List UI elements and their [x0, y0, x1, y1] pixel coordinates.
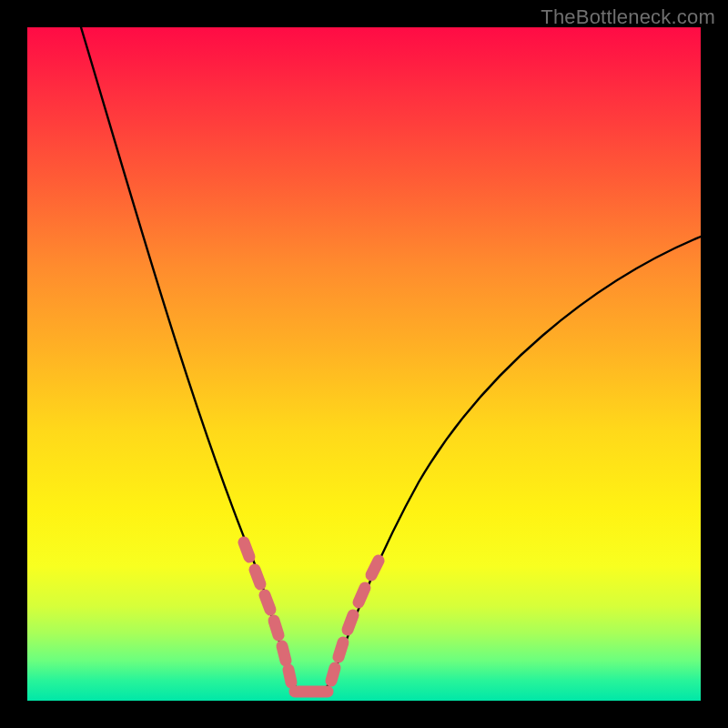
svg-line-10 [359, 588, 365, 602]
svg-line-5 [288, 670, 291, 682]
svg-line-0 [244, 542, 249, 557]
bottleneck-curve [81, 27, 701, 695]
svg-line-2 [265, 595, 270, 610]
chart-svg [27, 27, 701, 701]
svg-line-11 [371, 561, 379, 575]
svg-line-8 [339, 642, 343, 657]
svg-line-7 [331, 668, 335, 681]
watermark-text: TheBottleneck.com [541, 5, 715, 29]
svg-line-9 [348, 615, 353, 630]
svg-line-4 [282, 646, 286, 661]
left-highlight-dots [244, 542, 291, 682]
chart-plot-area [27, 27, 701, 701]
right-highlight-dots [331, 561, 379, 681]
svg-line-3 [274, 621, 278, 635]
svg-line-1 [255, 570, 260, 584]
